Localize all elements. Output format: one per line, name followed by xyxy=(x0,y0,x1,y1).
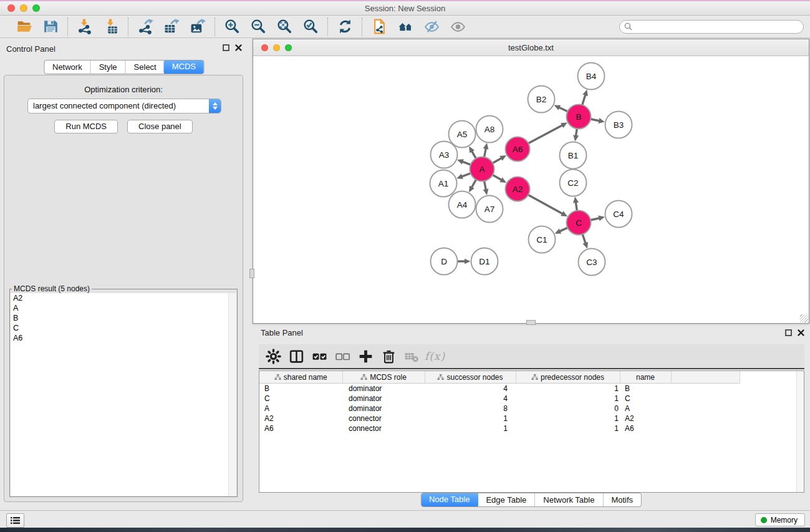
table-tab-node-table[interactable]: Node Table xyxy=(421,493,478,507)
table-tab-motifs[interactable]: Motifs xyxy=(602,493,641,506)
deselect-all-button[interactable] xyxy=(334,348,351,365)
table-cell[interactable]: A2 xyxy=(259,414,342,423)
table-row[interactable]: A6connector11A6 xyxy=(259,423,740,433)
node-C1[interactable]: C1 xyxy=(529,226,556,253)
table-row[interactable]: Adominator80A xyxy=(259,404,740,414)
tab-mcds[interactable]: MCDS xyxy=(164,60,204,74)
export-image-button[interactable] xyxy=(189,18,206,36)
node-C2[interactable]: C2 xyxy=(560,170,587,196)
save-session-button[interactable] xyxy=(42,18,59,36)
horizontal-splitter-handle[interactable] xyxy=(526,320,536,325)
add-row-button[interactable] xyxy=(357,348,374,365)
table-cell[interactable]: A xyxy=(259,404,342,414)
table-row[interactable]: A2connector11A2 xyxy=(259,414,740,423)
table-cell[interactable]: C xyxy=(620,394,671,404)
search-box[interactable] xyxy=(619,20,804,34)
zoom-in-button[interactable] xyxy=(223,18,241,36)
table-cell[interactable]: dominator xyxy=(342,394,425,404)
table-row[interactable]: Cdominator41C xyxy=(259,394,740,404)
table-cell[interactable]: 1 xyxy=(425,423,516,433)
table-cell[interactable]: A2 xyxy=(620,414,671,423)
table-row[interactable]: Bdominator41B xyxy=(259,384,740,394)
table-cell[interactable]: 4 xyxy=(425,394,516,404)
table-cell[interactable]: connector xyxy=(342,423,425,433)
table-cell[interactable]: 0 xyxy=(516,404,620,414)
node-D1[interactable]: D1 xyxy=(471,248,498,275)
select-all-button[interactable] xyxy=(311,348,328,365)
tab-network[interactable]: Network xyxy=(44,60,90,74)
table-cell[interactable]: A xyxy=(620,404,671,414)
refresh-layout-button[interactable] xyxy=(336,18,354,36)
network-window-titlebar[interactable]: testGlobe.txt xyxy=(253,39,809,56)
mcds-result-item[interactable]: A xyxy=(11,303,236,313)
table-cell[interactable]: connector xyxy=(342,414,425,423)
hide-selected-button[interactable] xyxy=(423,18,440,36)
node-B4[interactable]: B4 xyxy=(578,63,605,90)
export-network-button[interactable] xyxy=(137,18,154,36)
mcds-result-item[interactable]: B xyxy=(11,313,236,323)
tab-style[interactable]: Style xyxy=(90,60,125,74)
table-cell[interactable]: C xyxy=(259,394,342,404)
table-cell[interactable]: 1 xyxy=(516,414,620,423)
close-panel-icon[interactable] xyxy=(235,44,242,51)
table-cell[interactable]: 4 xyxy=(425,384,516,394)
node-B1[interactable]: B1 xyxy=(560,142,587,169)
table-cell[interactable]: B xyxy=(620,384,671,394)
close-table-panel-icon[interactable] xyxy=(798,329,804,336)
table-tab-network-table[interactable]: Network Table xyxy=(534,493,602,506)
node-A5[interactable]: A5 xyxy=(449,121,476,148)
mcds-result-item[interactable]: A6 xyxy=(11,333,236,343)
table-cell[interactable]: 1 xyxy=(516,423,620,433)
network-canvas[interactable]: B4B2BB3A5A8A6A3B1AA1C2A2A4A7C4CC1C3DD1 xyxy=(253,56,809,323)
node-A8[interactable]: A8 xyxy=(476,116,503,143)
column-header-predecessor-nodes[interactable]: predecessor nodes xyxy=(516,371,620,384)
run-mcds-button[interactable]: Run MCDS xyxy=(54,120,118,133)
table-cell[interactable]: dominator xyxy=(342,384,425,394)
column-header-shared-name[interactable]: shared name xyxy=(259,371,342,384)
network-graph[interactable]: B4B2BB3A5A8A6A3B1AA1C2A2A4A7C4CC1C3DD1 xyxy=(253,56,809,324)
zoom-fit-button[interactable] xyxy=(276,18,293,36)
node-C4[interactable]: C4 xyxy=(605,201,632,228)
tab-select[interactable]: Select xyxy=(125,60,165,74)
float-table-panel-icon[interactable] xyxy=(785,329,792,336)
table-cell[interactable]: 1 xyxy=(516,384,620,394)
node-B2[interactable]: B2 xyxy=(528,86,555,113)
node-A6[interactable]: A6 xyxy=(506,137,530,162)
node-A2[interactable]: A2 xyxy=(506,177,530,201)
node-A1[interactable]: A1 xyxy=(430,170,457,197)
node-B[interactable]: B xyxy=(567,105,591,129)
vertical-splitter-handle[interactable] xyxy=(249,269,254,278)
node-C[interactable]: C xyxy=(567,211,591,235)
search-input[interactable] xyxy=(632,21,803,33)
table-cell[interactable]: B xyxy=(259,384,342,394)
edge-A6-B[interactable] xyxy=(527,125,562,144)
mcds-result-item[interactable]: C xyxy=(11,323,236,333)
zoom-selected-button[interactable] xyxy=(302,18,319,36)
column-header-successor-nodes[interactable]: successor nodes xyxy=(425,371,516,384)
column-header-mcds-role[interactable]: MCDS role xyxy=(342,371,425,384)
first-neighbors-button[interactable] xyxy=(397,18,414,36)
import-network-button[interactable] xyxy=(76,18,94,36)
table-cell[interactable]: 1 xyxy=(425,414,516,423)
mcds-result-list[interactable]: A2ABCA6 xyxy=(11,293,236,496)
table-cell[interactable]: dominator xyxy=(342,404,425,414)
zoom-out-button[interactable] xyxy=(249,18,267,36)
node-A4[interactable]: A4 xyxy=(449,191,476,218)
memory-button[interactable]: Memory xyxy=(755,513,805,526)
float-panel-icon[interactable] xyxy=(223,44,229,51)
mcds-result-item[interactable]: A2 xyxy=(11,293,236,303)
export-table-button[interactable] xyxy=(163,18,180,36)
task-history-button[interactable] xyxy=(6,513,24,528)
split-view-button[interactable] xyxy=(288,348,305,365)
node-D[interactable]: D xyxy=(431,248,458,275)
edge-A2-C[interactable] xyxy=(526,194,562,214)
table-tab-edge-table[interactable]: Edge Table xyxy=(477,493,534,506)
resize-grip-icon[interactable] xyxy=(800,314,808,322)
table-cell[interactable]: A6 xyxy=(259,423,342,433)
table-cell[interactable]: 1 xyxy=(516,394,620,404)
new-network-from-selection-button[interactable] xyxy=(370,18,388,36)
show-all-button[interactable] xyxy=(449,18,466,36)
settings-button[interactable] xyxy=(265,348,282,365)
column-header-name[interactable]: name xyxy=(620,371,671,384)
criterion-dropdown[interactable]: largest connected component (directed) xyxy=(27,99,221,114)
